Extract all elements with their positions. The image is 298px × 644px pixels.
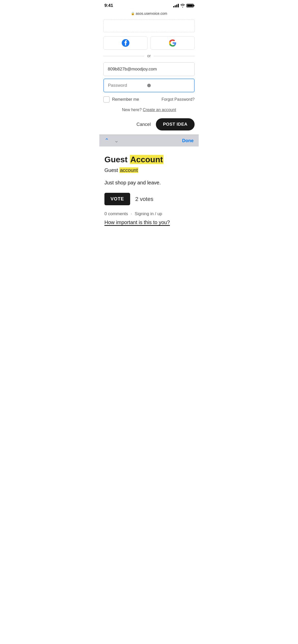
vote-button[interactable]: VOTE: [104, 193, 130, 205]
nav-down-arrow[interactable]: ⌄: [114, 137, 119, 144]
nav-up-arrow[interactable]: ⌃: [104, 137, 109, 144]
new-here-text: New here?: [122, 108, 142, 112]
action-buttons: Cancel POST IDEA: [103, 118, 195, 135]
dashed-box-partial: [103, 20, 195, 32]
forgot-password-link[interactable]: Forgot Password?: [161, 97, 195, 102]
new-here-section: New here? Create an account: [103, 108, 195, 112]
vote-count: 2 votes: [135, 196, 153, 202]
lock-icon: 🔒: [131, 12, 135, 15]
or-divider: or: [103, 54, 195, 58]
how-important-label: How important is this to you?: [104, 219, 170, 226]
how-important-text: How important is this to you?: [104, 219, 194, 225]
status-icons: [173, 4, 194, 7]
title-part2-highlighted: Account: [130, 155, 164, 164]
page-subtitle: Guest account: [104, 167, 194, 173]
google-icon: [169, 39, 176, 47]
page-description: Just shop pay and leave.: [104, 180, 194, 186]
cancel-button[interactable]: Cancel: [137, 120, 151, 129]
comments-count: 0 comments: [104, 211, 128, 216]
or-text: or: [147, 54, 151, 58]
title-part1: Guest: [104, 155, 130, 164]
social-buttons: [103, 36, 195, 50]
url-bar: 🔒 asos.uservoice.com: [99, 10, 199, 18]
google-signin-button[interactable]: [151, 36, 195, 50]
subtitle-part1: Guest: [104, 167, 119, 173]
post-idea-button[interactable]: POST IDEA: [156, 118, 195, 130]
divider-line-left: [103, 56, 144, 56]
remember-me-label: Remember me: [112, 97, 139, 102]
signing-text: Signing in / up: [135, 211, 162, 216]
password-dot-indicator: [147, 84, 151, 87]
facebook-icon: [122, 39, 129, 47]
status-time: 9:41: [104, 3, 113, 8]
remember-me-checkbox[interactable]: [103, 96, 110, 103]
vote-section: VOTE 2 votes: [104, 193, 194, 205]
page-title: Guest Account: [104, 155, 194, 164]
form-area: or Remember me Forgot Password? New here…: [99, 32, 199, 135]
url-text: asos.uservoice.com: [136, 11, 167, 16]
remember-me-section: Remember me: [103, 96, 139, 103]
page-content: Guest Account Guest account Just shop pa…: [99, 147, 199, 230]
facebook-signin-button[interactable]: [103, 36, 147, 50]
email-input[interactable]: [103, 62, 195, 76]
keyboard-nav: ⌃ ⌄: [104, 137, 119, 144]
remember-forgot-row: Remember me Forgot Password?: [103, 96, 195, 103]
create-account-link[interactable]: Create an account: [143, 108, 176, 112]
keyboard-toolbar: ⌃ ⌄ Done: [99, 135, 199, 147]
signal-icon: [173, 4, 179, 7]
wifi-icon: [180, 4, 185, 7]
done-button[interactable]: Done: [182, 138, 194, 143]
meta-info: 0 comments · Signing in / up: [104, 211, 194, 216]
password-wrapper: [103, 79, 195, 92]
subtitle-part2-highlighted: account: [119, 167, 138, 173]
battery-icon: [186, 4, 194, 7]
meta-separator: ·: [131, 211, 132, 216]
divider-line-right: [154, 56, 195, 56]
status-bar: 9:41: [99, 0, 199, 10]
